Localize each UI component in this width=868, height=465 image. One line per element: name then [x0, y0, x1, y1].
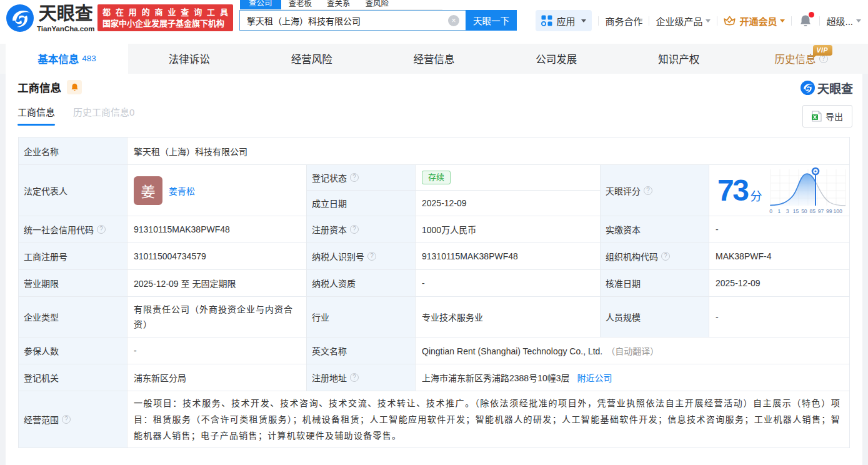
field-label: 工商注册号: [19, 243, 127, 270]
tab-history-info[interactable]: 历史信息 ? VIP: [740, 44, 862, 74]
export-button[interactable]: 导出: [802, 105, 852, 128]
search-tab-company[interactable]: 查公司: [240, 0, 281, 9]
english-name-value: Qingtian Rent (Shanghai) Technology Co.,…: [416, 338, 850, 364]
field-label: 天眼评分?: [601, 165, 709, 216]
tianyancha-logo-icon: [6, 4, 34, 32]
help-icon[interactable]: ?: [97, 225, 106, 234]
promo-banner-line1: 都在用的商业查询工具: [102, 7, 228, 18]
company-name-value: 擎天租（上海）科技有限公司: [127, 138, 850, 165]
notifications-button[interactable]: [799, 14, 812, 28]
watermark-logo: 天眼查: [801, 79, 853, 96]
promo-banner-line2: 国家中小企业发展子基金旗下机构: [102, 18, 228, 29]
help-icon[interactable]: ?: [367, 252, 376, 261]
reg-authority-value: 浦东新区分局: [127, 364, 307, 391]
subtab-history-business-info[interactable]: 历史工商信息0: [73, 105, 134, 126]
help-icon[interactable]: ?: [350, 373, 359, 382]
field-label: 英文名称: [307, 338, 416, 364]
business-scope-value: 一般项目：技术服务、技术开发、技术咨询、技术交流、技术转让、技术推广。（除依法须…: [127, 391, 850, 448]
logo-title: 天眼查: [39, 4, 93, 24]
search-tabs: 查公司 查老板 查关系 查风险: [240, 0, 442, 10]
help-icon[interactable]: ?: [819, 54, 828, 63]
chevron-down-icon: [780, 19, 785, 22]
field-label: 纳税人识别号?: [307, 243, 416, 270]
field-label: 企业类型: [19, 297, 127, 338]
tab-company-development[interactable]: 公司发展: [495, 44, 617, 74]
site-header: 天眼查 TianYanCha.com 都在用的商业查询工具 国家中小企业发展子基…: [0, 0, 868, 44]
staff-size-value: -: [709, 297, 850, 338]
legal-rep-value: 姜 姜青松: [127, 165, 307, 216]
field-label: 法定代表人: [19, 165, 127, 216]
clear-search-icon[interactable]: ×: [448, 15, 459, 26]
cooperation-menu[interactable]: 商务合作: [605, 14, 642, 28]
search-tab-boss[interactable]: 查老板: [281, 0, 320, 9]
open-member-label: 开通会员: [739, 14, 777, 28]
tab-basic-info[interactable]: 基本信息 483: [6, 44, 128, 74]
tab-legal-lawsuits[interactable]: 法律诉讼: [128, 44, 251, 74]
field-label: 人员规模: [601, 297, 709, 338]
watermark-text: 天眼查: [817, 79, 853, 96]
business-info-card: 工商信息 天眼查 工商信息 历史工商信息0 导出: [6, 74, 862, 465]
field-label: 经营范围?: [19, 391, 127, 448]
super-vip-menu[interactable]: 超级...: [826, 14, 853, 28]
table-row: 登记机关 浦东新区分局 注册地址? 上海市浦东新区秀浦路2388号10幢3层附近…: [19, 364, 850, 391]
legal-rep-link[interactable]: 姜青松: [169, 184, 195, 197]
field-label: 纳税人资质: [307, 270, 416, 297]
enterprise-menu[interactable]: 企业级产品: [656, 14, 711, 28]
search-input[interactable]: [240, 11, 466, 30]
field-label: 注册资本?: [307, 216, 416, 243]
search-tab-relation[interactable]: 查关系: [319, 0, 358, 9]
nearby-companies-link[interactable]: 附近公司: [577, 373, 612, 383]
field-label: 核准日期: [601, 270, 709, 297]
help-icon[interactable]: ?: [661, 252, 670, 261]
chevron-down-icon: [706, 19, 711, 22]
help-icon[interactable]: ?: [350, 225, 359, 234]
table-row: 工商注册号 310115004734579 纳税人识别号? 91310115MA…: [19, 243, 850, 270]
score-number: 73: [717, 177, 747, 204]
site-logo[interactable]: 天眼查 TianYanCha.com: [6, 4, 94, 32]
apps-menu[interactable]: 应用: [536, 10, 592, 31]
score-unit: 分: [750, 187, 762, 204]
tab-operating-risk[interactable]: 经营风险: [251, 44, 373, 74]
reg-number-value: 310115004734579: [127, 243, 307, 270]
crown-icon: [724, 16, 736, 26]
table-row: 经营范围? 一般项目：技术服务、技术开发、技术咨询、技术交流、技术转让、技术推广…: [19, 391, 850, 448]
search-button[interactable]: 天眼一下: [466, 10, 517, 31]
table-row: 参保人数 - 英文名称 Qingtian Rent (Shanghai) Tec…: [19, 338, 850, 364]
business-info-table: 企业名称 擎天租（上海）科技有限公司 法定代表人 姜 姜青松 登记状态? 存续: [18, 137, 850, 448]
status-badge: 存续: [422, 171, 451, 184]
tab-intellectual-property[interactable]: 知识产权: [617, 44, 740, 74]
field-label: 登记状态?: [307, 165, 416, 191]
chevron-down-icon[interactable]: [856, 19, 861, 22]
help-icon[interactable]: ?: [62, 415, 71, 424]
excel-icon: [812, 111, 822, 122]
approval-date-value: 2025-12-09: [709, 270, 850, 297]
apps-menu-label: 应用: [556, 14, 575, 28]
export-label: 导出: [826, 110, 843, 122]
subscribe-bell-button[interactable]: [67, 80, 82, 94]
tab-operating-info[interactable]: 经营信息: [373, 44, 496, 74]
field-label: 企业名称: [19, 138, 127, 165]
table-row: 营业期限 2025-12-09 至 无固定期限 纳税人资质 - 核准日期 202…: [19, 270, 850, 297]
help-icon[interactable]: ?: [644, 186, 652, 195]
basic-info-count: 483: [82, 54, 96, 63]
search-tab-risk[interactable]: 查风险: [358, 0, 397, 9]
paid-capital-value: -: [709, 216, 850, 243]
open-member-menu[interactable]: 开通会员: [724, 14, 785, 28]
table-row: 法定代表人 姜 姜青松 登记状态? 存续 天眼评分?: [19, 165, 850, 191]
subtab-business-info[interactable]: 工商信息: [17, 105, 55, 126]
company-type-value: 有限责任公司（外商投资企业与内资合资）: [127, 297, 307, 338]
business-term-value: 2025-12-09 至 无固定期限: [127, 270, 307, 297]
table-row: 企业类型 有限责任公司（外商投资企业与内资合资） 行业 专业技术服务业 人员规模…: [19, 297, 850, 338]
industry-value: 专业技术服务业: [416, 297, 601, 338]
auto-translate-note: （自动翻译）: [606, 346, 659, 356]
establish-date-value: 2025-12-09: [416, 191, 601, 216]
help-icon[interactable]: ?: [350, 173, 359, 182]
orange-bell-icon: [71, 83, 79, 92]
tianyancha-logo-icon: [801, 81, 815, 95]
reg-capital-value: 1000万人民币: [416, 216, 601, 243]
legal-rep-avatar[interactable]: 姜: [134, 176, 162, 205]
promo-banner: 都在用的商业查询工具 国家中小企业发展子基金旗下机构: [97, 4, 233, 31]
credit-code-value: 91310115MAK38PWF48: [127, 216, 307, 243]
field-label: 行业: [307, 297, 416, 338]
score-value-cell: 73 分: [709, 165, 850, 216]
